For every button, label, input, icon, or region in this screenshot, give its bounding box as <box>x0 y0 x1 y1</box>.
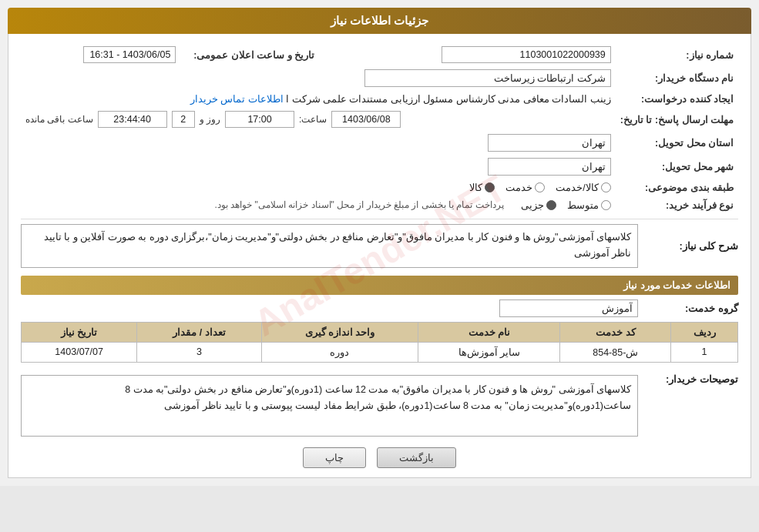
description-value: کلاسهای آموزشی"روش ها و فنون کار با مدیر… <box>21 224 638 268</box>
col-code: کد خدمت <box>560 322 671 342</box>
deadline-date: 1403/06/08 <box>331 111 401 128</box>
announce-value: 1403/06/05 - 16:31 <box>83 46 176 63</box>
buyer-org-value: شرکت ارتباطات زیرساخت <box>364 69 611 87</box>
cell-date: 1403/07/07 <box>22 342 137 362</box>
main-card: AnaITender.NET شماره نیاز: 1103001022000… <box>8 34 751 478</box>
divider-1 <box>21 219 738 219</box>
service-group-value: آموزش <box>499 299 638 317</box>
deadline-time-label: ساعت: <box>299 114 327 125</box>
radio-kala[interactable]: کالا <box>469 182 495 193</box>
buyer-notes-text: کلاسهای آموزشی "روش ها و فنون کار با مدی… <box>21 375 638 437</box>
back-button[interactable]: بازگشت <box>377 447 456 468</box>
col-unit: واحد اندازه گیری <box>261 322 418 342</box>
buyer-notes-label: توصیحات خریدار: <box>638 370 738 385</box>
services-table: ردیف کد خدمت نام خدمت واحد اندازه گیری ت… <box>21 322 738 363</box>
buyer-org-label: نام دستگاه خریدار: <box>616 66 738 90</box>
page-header: جزئیات اطلاعات نیاز <box>8 8 751 34</box>
radio-khadamat[interactable]: خدمت <box>505 182 545 193</box>
radio-circle-kh <box>535 182 545 192</box>
col-rownum: ردیف <box>671 322 738 342</box>
deadline-days-label: روز و <box>200 114 220 125</box>
radio-circle-kk <box>601 182 611 192</box>
purchase-type-cell: متوسط جزیی پرداخت تمام یا بخشی از مبلغ خ… <box>21 196 616 214</box>
need-number-value: 1103001022000939 <box>442 46 611 63</box>
page-wrapper: جزئیات اطلاعات نیاز AnaITender.NET شماره… <box>0 0 759 486</box>
cell-unit: دوره <box>261 342 418 362</box>
radio-circle-k <box>485 182 495 192</box>
announce-cell: 1403/06/05 - 16:31 <box>21 43 180 66</box>
deadline-label: مهلت ارسال پاسخ: تا تاریخ: <box>616 108 738 131</box>
radio-kala-khadamat[interactable]: کالا/خدمت <box>556 182 610 193</box>
description-text: کلاسهای آموزشی"روش ها و فنون کار با مدیر… <box>21 224 638 268</box>
buyer-notes-row: توصیحات خریدار: کلاسهای آموزشی "روش ها و… <box>21 370 738 437</box>
category-cell: کالا/خدمت خدمت کالا <box>21 179 616 196</box>
requester-label: ایجاد کننده درخواست: <box>616 90 738 108</box>
radio-label-k: کالا <box>469 182 482 193</box>
col-date: تاریخ نیاز <box>22 322 137 342</box>
radio-circle-j <box>546 200 556 210</box>
province-value: تهران <box>488 134 611 152</box>
description-row: شرح کلی نیاز: کلاسهای آموزشی"روش ها و فن… <box>21 224 738 268</box>
radio-jozi[interactable]: جزیی <box>521 199 556 211</box>
deadline-cell: 1403/06/08 ساعت: 17:00 روز و 2 23:44:40 … <box>21 108 616 131</box>
purchase-type-note: پرداخت تمام یا بخشی از مبلغ خریدار از مح… <box>215 199 504 210</box>
page-title: جزئیات اطلاعات نیاز <box>331 14 428 27</box>
need-number-cell: 1103001022000939 <box>334 43 615 66</box>
print-button[interactable]: چاپ <box>303 447 366 468</box>
province-label: استان محل تحویل: <box>616 131 738 155</box>
cell-qty: 3 <box>137 342 261 362</box>
services-section-title: اطلاعات خدمات مورد نیاز <box>21 276 738 295</box>
top-info-table: شماره نیاز: 1103001022000939 تاریخ و ساع… <box>21 43 738 214</box>
deadline-remaining-label: ساعت باقی مانده <box>25 114 93 125</box>
requester-cell: زینب السادات معافی مدنی کارشناس مسئول ار… <box>21 90 616 108</box>
radio-label-kk: کالا/خدمت <box>556 182 598 193</box>
footer-buttons: بازگشت چاپ <box>21 447 738 468</box>
cell-rownum: 1 <box>671 342 738 362</box>
deadline-days: 2 <box>172 111 195 128</box>
cell-name: سایر آموزش‌ها <box>418 342 560 362</box>
deadline-remaining: 23:44:40 <box>98 111 167 128</box>
service-group-row: گروه خدمت: آموزش <box>21 299 738 317</box>
service-group-cell: آموزش <box>21 299 638 317</box>
province-cell: تهران <box>21 131 616 155</box>
radio-label-kh: خدمت <box>505 182 532 193</box>
city-cell: تهران <box>21 155 616 179</box>
city-value: تهران <box>488 158 611 176</box>
service-group-label: گروه خدمت: <box>638 303 738 314</box>
announce-label: تاریخ و ساعت اعلان عمومی: <box>180 43 319 66</box>
deadline-time: 17:00 <box>225 111 294 128</box>
description-label: شرح کلی نیاز: <box>638 240 738 252</box>
cell-code: ش-85-854 <box>560 342 671 362</box>
col-qty: تعداد / مقدار <box>137 322 261 342</box>
requester-value: زینب السادات معافی مدنی کارشناس مسئول ار… <box>286 94 611 105</box>
radio-motavaset[interactable]: متوسط <box>567 199 611 211</box>
buyer-notes-cell: کلاسهای آموزشی "روش ها و فنون کار با مدی… <box>21 370 638 437</box>
radio-label-m: متوسط <box>567 199 599 211</box>
radio-circle-m <box>601 200 611 210</box>
radio-label-j: جزیی <box>521 199 544 211</box>
requester-link[interactable]: اطلاعات تماس خریدار <box>190 94 284 105</box>
table-row: 1 ش-85-854 سایر آموزش‌ها دوره 3 1403/07/… <box>22 342 738 362</box>
buyer-org-cell: شرکت ارتباطات زیرساخت <box>21 66 616 90</box>
need-number-label: شماره نیاز: <box>616 43 738 66</box>
category-label: طبقه بندی موضوعی: <box>616 179 738 196</box>
col-name: نام خدمت <box>418 322 560 342</box>
city-label: شهر محل تحویل: <box>616 155 738 179</box>
purchase-type-label: نوع فرآیند خرید: <box>616 196 738 214</box>
